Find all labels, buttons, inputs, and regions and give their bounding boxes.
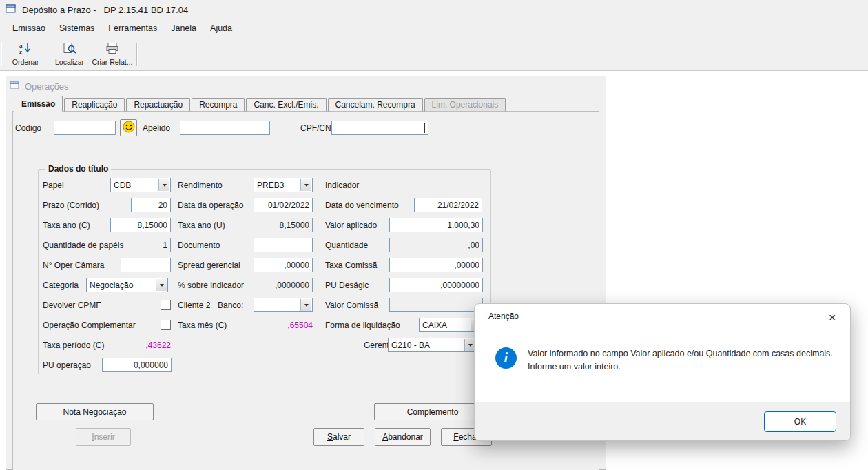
valor-aplicado-input[interactable]: 1.000,30 [389, 218, 483, 232]
taxa-ano-c-label: Taxa ano (C) [43, 218, 90, 232]
tab-strip: Emissão Reaplicação Repactuação Recompra… [14, 96, 507, 112]
apelido-input[interactable] [180, 121, 270, 135]
menu-sistemas[interactable]: Sistemas [52, 21, 101, 36]
toolbar-grip [1, 43, 3, 66]
taxa-ano-c-input[interactable]: 8,15000 [110, 218, 171, 232]
indicador-label: Indicador [325, 178, 359, 192]
tab-canc-excl-emis[interactable]: Canc. Excl./Emis. [246, 98, 326, 112]
spread-gerencial-label: Spread gerencial [178, 258, 240, 272]
menu-ferramentas[interactable]: Ferramentas [101, 21, 164, 36]
search-icon [63, 42, 76, 57]
smiley-button[interactable] [120, 119, 137, 136]
dados-do-titulo-legend: Dados do título [45, 164, 111, 174]
pu-desagio-input[interactable]: ,00000000 [389, 278, 483, 292]
pu-operacao-label: PU operação [43, 358, 91, 372]
sobre-indicador-field: ,0000000 [254, 278, 313, 292]
criar-relatorio-button[interactable]: Criar Relat... [91, 40, 134, 68]
gerente-select[interactable]: G210 - BA [388, 338, 477, 352]
tab-emissao[interactable]: Emissão [14, 96, 63, 112]
taxa-periodo-value: ,43622 [110, 338, 171, 352]
ordenar-button[interactable]: az Ordenar [6, 40, 45, 68]
taxa-comissao-input[interactable]: ,00000 [389, 258, 483, 272]
dialog-footer: OK [475, 402, 850, 440]
text-cursor [424, 123, 425, 133]
ordenar-label: Ordenar [12, 58, 39, 66]
svg-text:a: a [19, 43, 23, 49]
nota-negociacao-button[interactable]: Nota Negociação [36, 403, 154, 420]
quantidade-papeis-field: 1 [138, 238, 171, 252]
documento-input[interactable] [254, 238, 313, 252]
data-operacao-input[interactable]: 01/02/2022 [254, 198, 313, 212]
data-operacao-label: Data da operação [178, 198, 243, 212]
data-vencimento-label: Data do vencimento [325, 198, 399, 212]
abandonar-button[interactable]: Abandonar [375, 428, 431, 446]
sobre-indicador-label: % sobre indicador [178, 278, 244, 292]
menu-janela[interactable]: Janela [164, 21, 203, 36]
smiley-icon [123, 121, 135, 135]
menu-emissao[interactable]: Emissão [6, 21, 52, 36]
devolver-cpmf-checkbox[interactable] [161, 300, 171, 310]
close-icon[interactable]: ✕ [824, 309, 840, 326]
rendimento-select[interactable]: PREB3 [254, 178, 313, 192]
window-title: Depósito a Prazo - DP 2.15.41 BD 17.04 [22, 5, 188, 15]
inserir-button: Inserir [76, 428, 131, 446]
toolbar: az Ordenar Localizar Criar Relat... [0, 37, 868, 70]
papel-select[interactable]: CDB [110, 178, 171, 192]
quantidade-label: Quantidade [325, 238, 368, 252]
criar-relatorio-label: Criar Relat... [92, 58, 133, 66]
pu-desagio-label: PU Deságic [325, 278, 369, 292]
taxa-ano-u-field: 8,15000 [254, 218, 313, 232]
info-icon: i [495, 347, 517, 369]
chevron-down-icon[interactable] [158, 179, 169, 191]
ok-button[interactable]: OK [764, 411, 836, 432]
oper-camara-input[interactable] [121, 258, 171, 272]
pu-operacao-input[interactable]: 0,000000 [102, 358, 172, 372]
spread-gerencial-input[interactable]: ,00000 [254, 258, 313, 272]
operacao-complementar-checkbox[interactable] [161, 320, 171, 330]
dialog-title: Atenção [488, 311, 519, 321]
salvar-button[interactable]: Salvar [313, 428, 364, 446]
oper-camara-label: N° Oper Câmara [43, 258, 105, 272]
prazo-corrido-label: Prazo (Corrido) [43, 198, 99, 212]
chevron-down-icon[interactable] [300, 299, 311, 311]
taxa-ano-u-label: Taxa ano (U) [178, 218, 225, 232]
valor-aplicado-label: Valor aplicado [325, 218, 377, 232]
tab-cancelam-recompra[interactable]: Cancelam. Recompra [328, 98, 423, 112]
localizar-label: Localizar [55, 58, 84, 66]
quantidade-papeis-label: Quantidade de papéis [43, 238, 123, 252]
taxa-periodo-label: Taxa período (C) [43, 338, 104, 352]
devolver-cpmf-label: Devolver CPMF [43, 298, 101, 312]
tab-recompra[interactable]: Recompra [192, 98, 245, 112]
taxa-mes-label: Taxa mês (C) [178, 318, 227, 332]
atencao-dialog: Atenção ✕ i Valor informado no campo Val… [474, 303, 851, 441]
categoria-select[interactable]: Negociação [86, 278, 168, 292]
tab-reaplicacao[interactable]: Reaplicação [64, 98, 125, 112]
cpf-cnpj-input[interactable] [331, 121, 428, 135]
valor-comissao-label: Valor Comissã [325, 298, 378, 312]
operacoes-titlebar[interactable]: Operações [10, 79, 69, 94]
prazo-corrido-input[interactable]: 20 [131, 198, 171, 212]
toolbar-separator [136, 43, 137, 66]
chevron-down-icon[interactable] [156, 279, 167, 291]
printer-icon [105, 42, 119, 57]
papel-label: Papel [43, 178, 64, 192]
banco-select[interactable] [254, 298, 313, 312]
tab-repactuacao[interactable]: Repactuação [126, 98, 190, 112]
apelido-label: Apelido [143, 121, 170, 135]
menu-ajuda[interactable]: Ajuda [203, 21, 239, 36]
banco-label: Banco: [218, 298, 243, 312]
categoria-label: Categoria [43, 278, 79, 292]
quantidade-field: ,00 [389, 238, 483, 252]
data-vencimento-input[interactable]: 21/02/2022 [414, 198, 482, 212]
codigo-input[interactable] [54, 121, 116, 135]
taxa-mes-value: ,65504 [254, 318, 313, 332]
taxa-comissao-label: Taxa Comissã [325, 258, 377, 272]
codigo-label: Codigo [15, 121, 41, 135]
localizar-button[interactable]: Localizar [50, 40, 90, 68]
chevron-down-icon[interactable] [300, 179, 311, 191]
documento-label: Documento [178, 238, 220, 252]
sort-az-icon: az [19, 42, 32, 57]
operacoes-title: Operações [25, 81, 69, 92]
menubar: Emissão Sistemas Ferramentas Janela Ajud… [0, 19, 868, 37]
main-titlebar: Depósito a Prazo - DP 2.15.41 BD 17.04 [0, 0, 868, 19]
